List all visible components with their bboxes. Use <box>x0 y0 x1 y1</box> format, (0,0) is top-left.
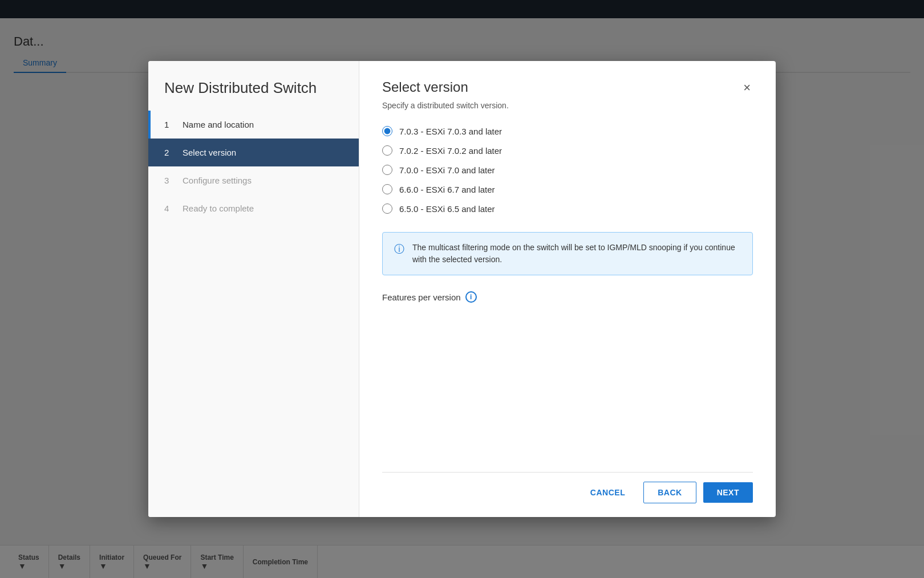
version-label-703: 7.0.3 - ESXi 7.0.3 and later <box>399 127 502 136</box>
step-3-label: Configure settings <box>183 176 252 185</box>
version-radio-660[interactable] <box>382 184 392 194</box>
modal-overlay: New Distributed Switch 1 Name and locati… <box>0 0 924 578</box>
step-1[interactable]: 1 Name and location <box>148 111 359 139</box>
step-2[interactable]: 2 Select version <box>148 139 359 166</box>
dialog-subtitle: Specify a distributed switch version. <box>382 101 753 110</box>
step-1-indicator <box>148 111 151 139</box>
step-1-label: Name and location <box>183 120 254 129</box>
features-label: Features per version <box>382 292 461 302</box>
version-label-702: 7.0.2 - ESXi 7.0.2 and later <box>399 146 502 156</box>
step-4-label: Ready to complete <box>183 203 254 213</box>
version-label-700: 7.0.0 - ESXi 7.0 and later <box>399 165 495 175</box>
info-box: ⓘ The multicast filtering mode on the sw… <box>382 232 753 275</box>
version-option-702[interactable]: 7.0.2 - ESXi 7.0.2 and later <box>382 145 753 156</box>
info-message: The multicast filtering mode on the swit… <box>412 242 741 266</box>
step-4: 4 Ready to complete <box>148 194 359 222</box>
sidebar-steps: 1 Name and location 2 Select version 3 C… <box>148 111 359 222</box>
version-option-700[interactable]: 7.0.0 - ESXi 7.0 and later <box>382 165 753 175</box>
dialog-header: Select version × <box>382 79 753 96</box>
info-icon: ⓘ <box>394 242 404 256</box>
version-label-650: 6.5.0 - ESXi 6.5 and later <box>399 204 495 214</box>
features-info-icon[interactable]: i <box>465 291 477 303</box>
step-3: 3 Configure settings <box>148 166 359 194</box>
dialog: New Distributed Switch 1 Name and locati… <box>148 61 776 517</box>
features-per-version-link[interactable]: Features per version i <box>382 291 753 303</box>
version-radio-703[interactable] <box>382 126 392 136</box>
dialog-main-content: Select version × Specify a distributed s… <box>359 61 776 517</box>
step-2-label: Select version <box>183 148 236 157</box>
version-option-703[interactable]: 7.0.3 - ESXi 7.0.3 and later <box>382 126 753 136</box>
version-option-660[interactable]: 6.6.0 - ESXi 6.7 and later <box>382 184 753 194</box>
back-button[interactable]: BACK <box>643 482 696 503</box>
next-button[interactable]: NEXT <box>703 482 753 503</box>
spacer <box>382 303 753 463</box>
step-4-num: 4 <box>164 203 176 213</box>
step-2-num: 2 <box>164 148 176 157</box>
dialog-footer: CANCEL BACK NEXT <box>382 472 753 503</box>
version-label-660: 6.6.0 - ESXi 6.7 and later <box>399 185 495 194</box>
dialog-sidebar: New Distributed Switch 1 Name and locati… <box>148 61 359 517</box>
section-title: Select version <box>382 79 468 95</box>
version-option-650[interactable]: 6.5.0 - ESXi 6.5 and later <box>382 203 753 214</box>
version-radio-700[interactable] <box>382 165 392 175</box>
step-1-num: 1 <box>164 120 176 129</box>
version-radio-702[interactable] <box>382 145 392 156</box>
step-3-num: 3 <box>164 176 176 185</box>
wizard-title: New Distributed Switch <box>148 61 359 111</box>
version-options: 7.0.3 - ESXi 7.0.3 and later 7.0.2 - ESX… <box>382 126 753 214</box>
close-button[interactable]: × <box>741 79 753 96</box>
cancel-button[interactable]: CANCEL <box>579 482 637 503</box>
version-radio-650[interactable] <box>382 203 392 214</box>
